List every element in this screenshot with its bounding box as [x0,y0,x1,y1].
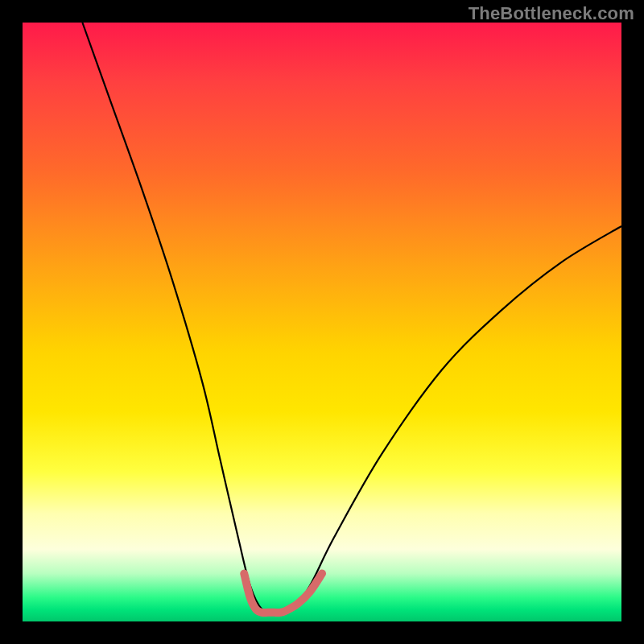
curve-layer [23,23,621,621]
watermark-text: TheBottleneck.com [469,3,634,24]
bottleneck-curve [82,23,621,611]
plot-area [23,23,621,621]
chart-frame: TheBottleneck.com [0,0,644,644]
optimal-band [244,573,322,613]
